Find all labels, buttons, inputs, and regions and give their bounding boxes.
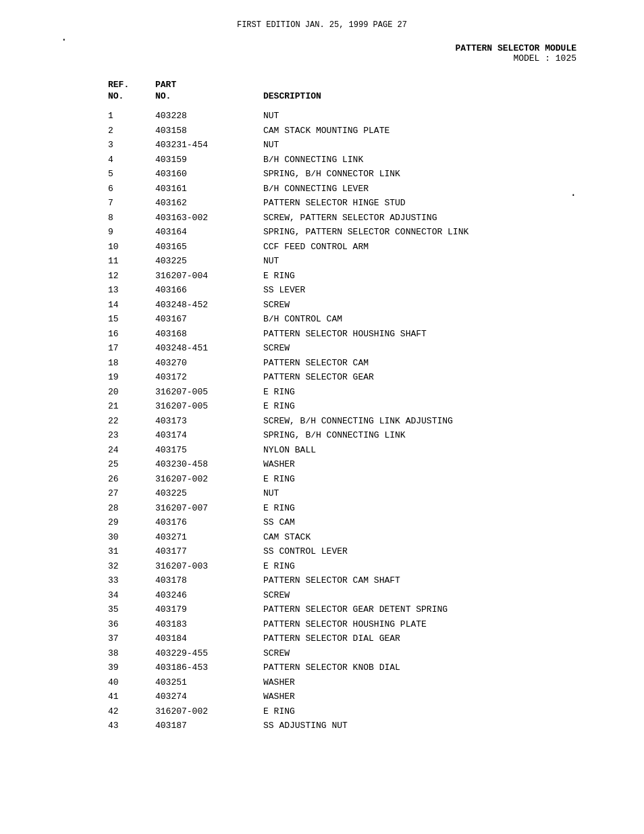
table-row: 1403228NUT bbox=[108, 109, 581, 123]
description: SPRING, B/H CONNECTING LINK bbox=[263, 429, 581, 442]
description: PATTERN SELECTOR HOUSHING PLATE bbox=[263, 618, 581, 631]
table-row: 21316207-005E RING bbox=[108, 400, 581, 413]
ref-no: 43 bbox=[108, 719, 155, 733]
ref-no: 17 bbox=[108, 342, 155, 355]
description: WASHER bbox=[263, 676, 581, 689]
ref-no: 37 bbox=[108, 632, 155, 646]
description: SCREW, B/H CONNECTING LINK ADJUSTING bbox=[263, 415, 581, 428]
description: PATTERN SELECTOR GEAR bbox=[263, 371, 581, 384]
description: B/H CONNECTING LINK bbox=[263, 153, 581, 167]
ref-no: 3 bbox=[108, 138, 155, 152]
table-row: 39403186-453PATTERN SELECTOR KNOB DIAL bbox=[108, 661, 581, 675]
ref-no: 26 bbox=[108, 473, 155, 486]
description: SCREW bbox=[263, 647, 581, 660]
part-no: 403160 bbox=[155, 167, 263, 181]
table-row: 12316207-004E RING bbox=[108, 269, 581, 283]
page-header: FIRST EDITION JAN. 25, 1999 PAGE 27 bbox=[27, 20, 617, 30]
ref-no: 25 bbox=[108, 458, 155, 471]
part-no: 403228 bbox=[155, 109, 263, 123]
description: E RING bbox=[263, 502, 581, 515]
description: NUT bbox=[263, 138, 581, 152]
description: CAM STACK bbox=[263, 531, 581, 544]
description: B/H CONNECTING LEVER bbox=[263, 182, 581, 196]
table-row: 17403248-451SCREW bbox=[108, 342, 581, 355]
part-no: 403184 bbox=[155, 632, 263, 646]
ref-no: 31 bbox=[108, 545, 155, 558]
col-ref-header1: REF. bbox=[108, 80, 155, 90]
part-no: 403229-455 bbox=[155, 647, 263, 660]
part-no: 403167 bbox=[155, 313, 263, 326]
table-row: 11403225NUT bbox=[108, 255, 581, 268]
module-model: MODEL : 1025 bbox=[27, 53, 576, 63]
ref-no: 10 bbox=[108, 240, 155, 254]
table-row: 29403176SS CAM bbox=[108, 516, 581, 529]
part-no: 403271 bbox=[155, 531, 263, 544]
part-no: 316207-003 bbox=[155, 560, 263, 573]
module-title: PATTERN SELECTOR MODULE bbox=[27, 43, 576, 53]
description: SCREW bbox=[263, 298, 581, 312]
part-no: 403176 bbox=[155, 516, 263, 529]
description: E RING bbox=[263, 400, 581, 413]
ref-no: 22 bbox=[108, 415, 155, 428]
part-no: 403166 bbox=[155, 284, 263, 297]
description: E RING bbox=[263, 705, 581, 719]
ref-no: 33 bbox=[108, 574, 155, 588]
table-row: 26316207-002E RING bbox=[108, 473, 581, 486]
parts-table: REF. PART NO. NO. DESCRIPTION 1403228NUT… bbox=[108, 80, 581, 733]
table-row: 27403225NUT bbox=[108, 487, 581, 500]
table-row: 14403248-452SCREW bbox=[108, 298, 581, 312]
ref-no: 18 bbox=[108, 357, 155, 370]
ref-no: 40 bbox=[108, 676, 155, 689]
description: B/H CONTROL CAM bbox=[263, 313, 581, 326]
ref-no: 34 bbox=[108, 589, 155, 602]
part-no: 403173 bbox=[155, 415, 263, 428]
col-desc-header: DESCRIPTION bbox=[263, 91, 581, 101]
table-row: 33403178PATTERN SELECTOR CAM SHAFT bbox=[108, 574, 581, 588]
description: WASHER bbox=[263, 690, 581, 704]
part-no: 403174 bbox=[155, 429, 263, 442]
part-no: 403159 bbox=[155, 153, 263, 167]
description: E RING bbox=[263, 386, 581, 399]
table-row: 34403246SCREW bbox=[108, 589, 581, 602]
description: SS LEVER bbox=[263, 284, 581, 297]
col-ref-header2: NO. bbox=[108, 91, 155, 101]
description: E RING bbox=[263, 560, 581, 573]
table-header-row2: NO. NO. DESCRIPTION bbox=[108, 91, 581, 101]
description: CCF FEED CONTROL ARM bbox=[263, 240, 581, 254]
description: NYLON BALL bbox=[263, 444, 581, 457]
part-no: 316207-002 bbox=[155, 473, 263, 486]
ref-no: 1 bbox=[108, 109, 155, 123]
ref-no: 42 bbox=[108, 705, 155, 719]
table-row: 40403251WASHER bbox=[108, 676, 581, 689]
description: SS CONTROL LEVER bbox=[263, 545, 581, 558]
part-no: 403161 bbox=[155, 182, 263, 196]
description: CAM STACK MOUNTING PLATE bbox=[263, 124, 581, 138]
part-no: 403158 bbox=[155, 124, 263, 138]
part-no: 403172 bbox=[155, 371, 263, 384]
description: PATTERN SELECTOR DIAL GEAR bbox=[263, 632, 581, 646]
table-row: 2403158CAM STACK MOUNTING PLATE bbox=[108, 124, 581, 138]
ref-no: 13 bbox=[108, 284, 155, 297]
ref-no: 14 bbox=[108, 298, 155, 312]
description: SS CAM bbox=[263, 516, 581, 529]
table-row: 8403163-002SCREW, PATTERN SELECTOR ADJUS… bbox=[108, 211, 581, 225]
ref-no: 38 bbox=[108, 647, 155, 660]
ref-no: 9 bbox=[108, 226, 155, 239]
description: NUT bbox=[263, 255, 581, 268]
part-no: 403225 bbox=[155, 255, 263, 268]
part-no: 403231-454 bbox=[155, 138, 263, 152]
table-row: 23403174SPRING, B/H CONNECTING LINK bbox=[108, 429, 581, 442]
table-row: 43403187SS ADJUSTING NUT bbox=[108, 719, 581, 733]
ref-no: 2 bbox=[108, 124, 155, 138]
table-row: 32316207-003E RING bbox=[108, 560, 581, 573]
col-desc-header-empty bbox=[263, 80, 581, 90]
part-no: 403248-451 bbox=[155, 342, 263, 355]
ref-no: 35 bbox=[108, 603, 155, 617]
ref-no: 12 bbox=[108, 269, 155, 283]
description: WASHER bbox=[263, 458, 581, 471]
part-no: 403230-458 bbox=[155, 458, 263, 471]
table-row: 4403159B/H CONNECTING LINK bbox=[108, 153, 581, 167]
table-row: 37403184PATTERN SELECTOR DIAL GEAR bbox=[108, 632, 581, 646]
ref-no: 7 bbox=[108, 197, 155, 210]
table-row: 9403164SPRING, PATTERN SELECTOR CONNECTO… bbox=[108, 226, 581, 239]
